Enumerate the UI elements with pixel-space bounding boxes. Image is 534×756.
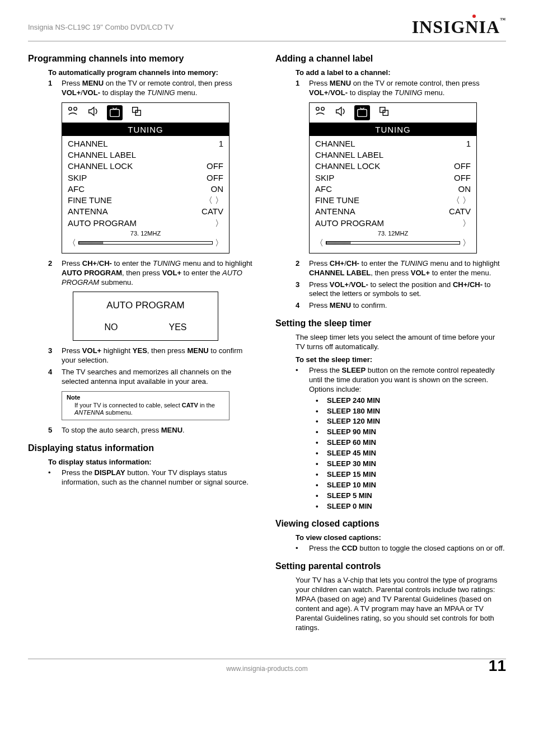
osd-row: ANTENNACATV bbox=[68, 206, 223, 217]
parental-paragraph: Your TV has a V-chip that lets you contr… bbox=[296, 576, 506, 632]
osd-auto-program: AUTO PROGRAM NO YES bbox=[73, 292, 218, 341]
svg-rect-2 bbox=[110, 110, 120, 117]
svg-rect-3 bbox=[133, 107, 138, 112]
bullet-text: Press the SLEEP button on the remote con… bbox=[309, 366, 506, 395]
sleep-option-label: SLEEP 0 MIN bbox=[327, 502, 372, 511]
sub-heading-cc: To view closed captions: bbox=[296, 533, 506, 542]
sub-heading-channel-label: To add a label to a channel: bbox=[296, 68, 506, 77]
brand-logo: INSIGNIA™ bbox=[412, 17, 506, 37]
osd-body: CHANNEL1 CHANNEL LABEL CHANNEL LOCKOFF S… bbox=[62, 136, 229, 253]
osd-row: AFCON bbox=[68, 184, 223, 195]
section-heading-parental: Setting parental controls bbox=[275, 561, 506, 571]
step-2: 2 Press CH+/CH- to enter the TUNING menu… bbox=[48, 259, 259, 288]
auto-program-no: NO bbox=[104, 322, 118, 332]
step-4: 4 The TV searches and memorizes all chan… bbox=[48, 368, 259, 387]
svg-rect-4 bbox=[135, 110, 140, 115]
bullet-icon: • bbox=[48, 468, 56, 487]
sleep-option: •SLEEP 5 MIN bbox=[316, 491, 506, 501]
sleep-option-label: SLEEP 10 MIN bbox=[327, 481, 376, 490]
step-number: 1 bbox=[48, 79, 56, 98]
right-column: Adding a channel label To add a label to… bbox=[275, 51, 506, 636]
sleep-option-label: SLEEP 15 MIN bbox=[327, 470, 376, 480]
bullet-icon: • bbox=[316, 449, 321, 458]
setup-icon bbox=[130, 105, 143, 120]
sleep-option-label: SLEEP 45 MIN bbox=[327, 449, 376, 458]
step-4: 4 Press MENU to confirm. bbox=[296, 301, 506, 311]
note-box: Note If your TV is connected to cable, s… bbox=[62, 391, 229, 420]
logo-dot-icon bbox=[472, 15, 476, 18]
osd-frequency: 73. 12MHZ bbox=[315, 230, 471, 237]
bullet-icon: • bbox=[316, 428, 321, 437]
arrow-right-icon: 〉 bbox=[215, 238, 223, 248]
svg-point-1 bbox=[74, 107, 77, 110]
sleep-option: •SLEEP 180 MIN bbox=[316, 407, 506, 416]
bullet-text: Press the CCD button to toggle the close… bbox=[309, 544, 506, 553]
osd-row: SKIPOFF bbox=[68, 172, 223, 184]
step-number: 4 bbox=[48, 368, 56, 387]
bullet-icon: • bbox=[316, 481, 321, 490]
sleep-option-label: SLEEP 5 MIN bbox=[327, 491, 372, 501]
progress-bar bbox=[78, 241, 213, 245]
osd-row: AUTO PROGRAM〉 bbox=[315, 218, 471, 229]
bullet-icon: • bbox=[296, 544, 303, 553]
bullet-status: • Press the DISPLAY button. Your TV disp… bbox=[48, 468, 259, 487]
arrow-left-icon: 〈 bbox=[315, 238, 324, 248]
sleep-option-label: SLEEP 240 MIN bbox=[327, 396, 380, 406]
sleep-option: •SLEEP 120 MIN bbox=[316, 417, 506, 426]
osd-frequency: 73. 12MHZ bbox=[68, 230, 223, 237]
step-text: Press MENU on the TV or remote control, … bbox=[62, 79, 259, 98]
step-number: 1 bbox=[296, 79, 303, 98]
audio-icon bbox=[334, 105, 346, 120]
arrow-left-icon: 〈 bbox=[68, 238, 76, 248]
step-1: 1 Press MENU on the TV or remote control… bbox=[296, 79, 506, 98]
bullet-icon: • bbox=[316, 470, 321, 480]
auto-program-title: AUTO PROGRAM bbox=[79, 300, 212, 311]
step-text: To stop the auto search, press MENU. bbox=[62, 426, 259, 435]
bullet-icon: • bbox=[316, 502, 321, 511]
picture-icon bbox=[314, 105, 326, 120]
svg-rect-8 bbox=[380, 107, 385, 112]
section-heading-programming: Programming channels into memory bbox=[28, 54, 259, 64]
sleep-option-label: SLEEP 90 MIN bbox=[327, 428, 376, 437]
sleep-option-label: SLEEP 180 MIN bbox=[327, 407, 380, 416]
note-title: Note bbox=[67, 394, 224, 401]
sleep-option: •SLEEP 60 MIN bbox=[316, 438, 506, 448]
step-text: Press VOL+ highlight YES, then press MEN… bbox=[62, 346, 259, 365]
osd-row: SKIPOFF bbox=[315, 172, 471, 184]
step-text: Press VOL+/VOL- to select the position a… bbox=[309, 280, 506, 299]
brand-text: INSIGNIA bbox=[412, 17, 500, 37]
sleep-option-label: SLEEP 60 MIN bbox=[327, 438, 376, 448]
bullet-sleep: • Press the SLEEP button on the remote c… bbox=[296, 366, 506, 395]
sleep-option: •SLEEP 45 MIN bbox=[316, 449, 506, 458]
osd-row: CHANNEL LABEL bbox=[68, 149, 223, 161]
step-text: Press CH+/CH- to enter the TUNING menu a… bbox=[62, 259, 259, 288]
bullet-icon: • bbox=[316, 491, 321, 501]
bullet-text: Press the DISPLAY button. Your TV displa… bbox=[62, 468, 259, 487]
section-heading-sleep: Setting the sleep timer bbox=[275, 318, 506, 328]
step-text: Press MENU to confirm. bbox=[309, 301, 506, 311]
tuning-icon bbox=[354, 105, 370, 120]
bullet-cc: • Press the CCD button to toggle the clo… bbox=[296, 544, 506, 553]
step-text: Press CH+/CH- to enter the TUNING menu a… bbox=[309, 259, 506, 278]
step-number: 3 bbox=[296, 280, 303, 299]
sleep-option: •SLEEP 90 MIN bbox=[316, 428, 506, 437]
osd-body: CHANNEL1 CHANNEL LABEL CHANNEL LOCKOFF S… bbox=[310, 136, 476, 253]
setup-icon bbox=[378, 105, 390, 120]
svg-point-0 bbox=[69, 107, 72, 110]
sub-heading-sleep: To set the sleep timer: bbox=[296, 355, 506, 364]
sub-heading-auto-program: To automatically program channels into m… bbox=[48, 68, 259, 77]
osd-row: CHANNEL LABEL bbox=[315, 149, 471, 161]
osd-tab-icons bbox=[62, 103, 229, 123]
arrow-right-icon: 〉 bbox=[462, 238, 471, 248]
step-5: 5 To stop the auto search, press MENU. bbox=[48, 426, 259, 435]
svg-point-5 bbox=[316, 107, 320, 110]
bullet-icon: • bbox=[316, 407, 321, 416]
sleep-option: •SLEEP 30 MIN bbox=[316, 459, 506, 469]
step-3: 3 Press VOL+ highlight YES, then press M… bbox=[48, 346, 259, 365]
sleep-paragraph: The sleep timer lets you select the amou… bbox=[296, 333, 506, 352]
bullet-icon: • bbox=[316, 459, 321, 469]
bullet-icon: • bbox=[316, 417, 321, 426]
step-3: 3 Press VOL+/VOL- to select the position… bbox=[296, 280, 506, 299]
section-heading-channel-label: Adding a channel label bbox=[275, 54, 506, 64]
step-number: 4 bbox=[296, 301, 303, 311]
